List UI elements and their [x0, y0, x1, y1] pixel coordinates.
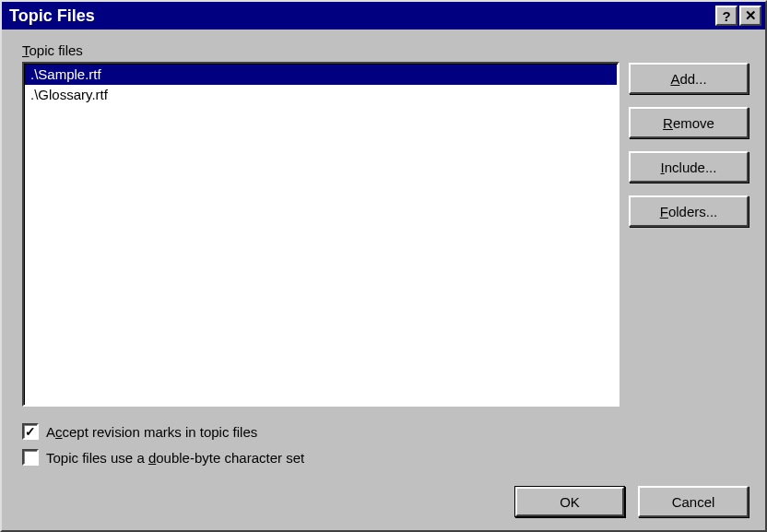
side-buttons: Add... Remove Include... Folders...	[629, 42, 749, 407]
titlebar: Topic Files ? ✕	[2, 2, 765, 30]
topic-files-listbox[interactable]: .\Sample.rtf.\Glossary.rtf	[22, 62, 620, 407]
remove-button[interactable]: Remove	[629, 107, 749, 138]
doublebyte-label: Topic files use a double-byte character …	[46, 450, 304, 466]
list-item[interactable]: .\Sample.rtf	[25, 65, 617, 85]
top-row: Topic files .\Sample.rtf.\Glossary.rtf A…	[22, 42, 749, 407]
help-icon[interactable]: ?	[715, 6, 738, 26]
list-label: Topic files	[22, 42, 620, 58]
accept-revision-label: Accept revision marks in topic files	[46, 424, 257, 440]
accept-revision-row: ✓ Accept revision marks in topic files	[22, 423, 749, 440]
titlebar-buttons: ? ✕	[715, 6, 761, 26]
doublebyte-checkbox[interactable]	[22, 449, 39, 466]
include-button[interactable]: Include...	[629, 151, 749, 183]
list-area: Topic files .\Sample.rtf.\Glossary.rtf	[22, 42, 620, 407]
ok-button[interactable]: OK	[514, 486, 625, 517]
bottom-button-row: OK Cancel	[22, 486, 749, 517]
add-button[interactable]: Add...	[629, 63, 749, 94]
accept-revision-checkbox[interactable]: ✓	[22, 423, 39, 440]
doublebyte-row: Topic files use a double-byte character …	[22, 449, 749, 466]
cancel-button[interactable]: Cancel	[638, 486, 749, 517]
list-item[interactable]: .\Glossary.rtf	[25, 85, 617, 105]
checkbox-area: ✓ Accept revision marks in topic files T…	[22, 423, 749, 466]
close-icon[interactable]: ✕	[739, 6, 761, 26]
folders-button[interactable]: Folders...	[629, 195, 749, 227]
dialog-content: Topic files .\Sample.rtf.\Glossary.rtf A…	[2, 30, 765, 530]
titlebar-text: Topic Files	[9, 6, 715, 26]
dialog-window: Topic Files ? ✕ Topic files .\Sample.rtf…	[0, 0, 767, 532]
